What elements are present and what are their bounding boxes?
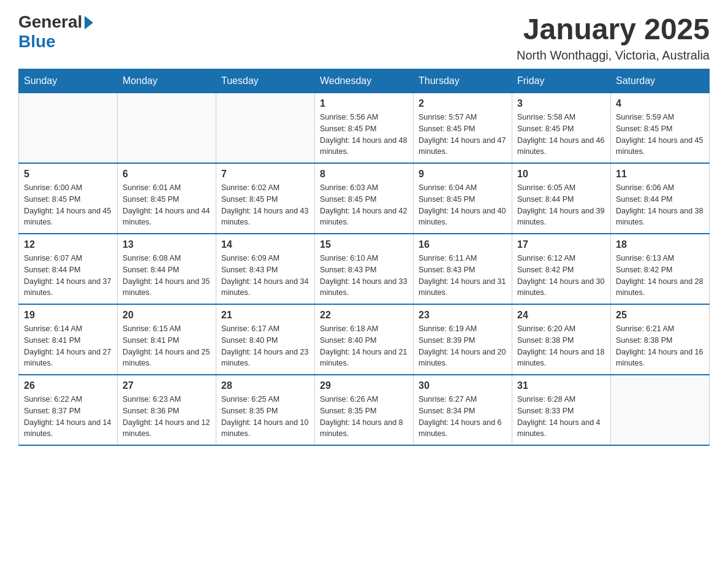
calendar-cell: 15Sunrise: 6:10 AM Sunset: 8:43 PM Dayli… [315,234,414,304]
calendar-cell: 18Sunrise: 6:13 AM Sunset: 8:42 PM Dayli… [611,234,710,304]
day-number: 18 [616,239,704,250]
week-row-4: 19Sunrise: 6:14 AM Sunset: 8:41 PM Dayli… [19,304,710,375]
day-info: Sunrise: 6:11 AM Sunset: 8:43 PM Dayligh… [419,253,507,299]
calendar-cell: 20Sunrise: 6:15 AM Sunset: 8:41 PM Dayli… [118,304,216,375]
day-info: Sunrise: 6:27 AM Sunset: 8:34 PM Dayligh… [419,394,507,440]
day-number: 21 [221,310,309,321]
week-row-5: 26Sunrise: 6:22 AM Sunset: 8:37 PM Dayli… [19,375,710,445]
day-info: Sunrise: 6:13 AM Sunset: 8:42 PM Dayligh… [616,253,704,299]
calendar-cell [216,93,315,164]
header-cell-wednesday: Wednesday [315,69,414,93]
day-info: Sunrise: 6:26 AM Sunset: 8:35 PM Dayligh… [320,394,408,440]
day-info: Sunrise: 6:23 AM Sunset: 8:36 PM Dayligh… [123,394,211,440]
day-info: Sunrise: 6:21 AM Sunset: 8:38 PM Dayligh… [616,323,704,369]
calendar-cell: 23Sunrise: 6:19 AM Sunset: 8:39 PM Dayli… [414,304,512,375]
calendar-cell: 31Sunrise: 6:28 AM Sunset: 8:33 PM Dayli… [512,375,611,445]
calendar-cell: 2Sunrise: 5:57 AM Sunset: 8:45 PM Daylig… [414,93,512,164]
day-info: Sunrise: 6:03 AM Sunset: 8:45 PM Dayligh… [320,182,408,228]
calendar-cell: 22Sunrise: 6:18 AM Sunset: 8:40 PM Dayli… [315,304,414,375]
day-number: 10 [517,169,605,180]
calendar-cell: 9Sunrise: 6:04 AM Sunset: 8:45 PM Daylig… [414,163,512,234]
day-number: 23 [419,310,507,321]
day-number: 24 [517,310,605,321]
calendar-cell [611,375,710,445]
logo: General Blue [18,12,93,52]
day-info: Sunrise: 6:09 AM Sunset: 8:43 PM Dayligh… [221,253,309,299]
day-info: Sunrise: 6:02 AM Sunset: 8:45 PM Dayligh… [221,182,309,228]
calendar-cell: 19Sunrise: 6:14 AM Sunset: 8:41 PM Dayli… [19,304,118,375]
calendar-cell: 14Sunrise: 6:09 AM Sunset: 8:43 PM Dayli… [216,234,315,304]
calendar-cell: 17Sunrise: 6:12 AM Sunset: 8:42 PM Dayli… [512,234,611,304]
header-row: SundayMondayTuesdayWednesdayThursdayFrid… [19,69,710,93]
logo-general-text: General [18,12,82,32]
day-info: Sunrise: 6:01 AM Sunset: 8:45 PM Dayligh… [123,182,211,228]
day-number: 1 [320,98,408,109]
month-title: January 2025 [517,12,710,46]
header-cell-friday: Friday [512,69,611,93]
header-cell-monday: Monday [118,69,216,93]
week-row-1: 1Sunrise: 5:56 AM Sunset: 8:45 PM Daylig… [19,93,710,164]
day-info: Sunrise: 6:10 AM Sunset: 8:43 PM Dayligh… [320,253,408,299]
day-info: Sunrise: 6:07 AM Sunset: 8:44 PM Dayligh… [24,253,112,299]
day-number: 26 [24,380,112,391]
day-info: Sunrise: 6:08 AM Sunset: 8:44 PM Dayligh… [123,253,211,299]
day-number: 9 [419,169,507,180]
calendar-cell: 3Sunrise: 5:58 AM Sunset: 8:45 PM Daylig… [512,93,611,164]
day-number: 27 [123,380,211,391]
day-info: Sunrise: 6:00 AM Sunset: 8:45 PM Dayligh… [24,182,112,228]
day-info: Sunrise: 6:18 AM Sunset: 8:40 PM Dayligh… [320,323,408,369]
day-info: Sunrise: 5:57 AM Sunset: 8:45 PM Dayligh… [419,112,507,158]
day-info: Sunrise: 6:06 AM Sunset: 8:44 PM Dayligh… [616,182,704,228]
day-number: 11 [616,169,704,180]
calendar-cell: 12Sunrise: 6:07 AM Sunset: 8:44 PM Dayli… [19,234,118,304]
day-info: Sunrise: 6:12 AM Sunset: 8:42 PM Dayligh… [517,253,605,299]
day-number: 5 [24,169,112,180]
calendar-cell: 5Sunrise: 6:00 AM Sunset: 8:45 PM Daylig… [19,163,118,234]
calendar-cell [118,93,216,164]
week-row-3: 12Sunrise: 6:07 AM Sunset: 8:44 PM Dayli… [19,234,710,304]
day-info: Sunrise: 6:14 AM Sunset: 8:41 PM Dayligh… [24,323,112,369]
calendar-cell: 7Sunrise: 6:02 AM Sunset: 8:45 PM Daylig… [216,163,315,234]
header-cell-sunday: Sunday [19,69,118,93]
title-block: January 2025 North Wonthaggi, Victoria, … [517,12,710,63]
day-info: Sunrise: 6:25 AM Sunset: 8:35 PM Dayligh… [221,394,309,440]
day-number: 6 [123,169,211,180]
logo-blue-text: Blue [18,32,56,52]
day-info: Sunrise: 5:59 AM Sunset: 8:45 PM Dayligh… [616,112,704,158]
day-info: Sunrise: 6:17 AM Sunset: 8:40 PM Dayligh… [221,323,309,369]
calendar-cell: 26Sunrise: 6:22 AM Sunset: 8:37 PM Dayli… [19,375,118,445]
day-info: Sunrise: 6:22 AM Sunset: 8:37 PM Dayligh… [24,394,112,440]
calendar-cell: 10Sunrise: 6:05 AM Sunset: 8:44 PM Dayli… [512,163,611,234]
day-number: 31 [517,380,605,391]
day-number: 25 [616,310,704,321]
calendar-cell: 8Sunrise: 6:03 AM Sunset: 8:45 PM Daylig… [315,163,414,234]
day-info: Sunrise: 6:15 AM Sunset: 8:41 PM Dayligh… [123,323,211,369]
day-number: 3 [517,98,605,109]
day-number: 4 [616,98,704,109]
day-number: 13 [123,239,211,250]
day-number: 12 [24,239,112,250]
day-number: 20 [123,310,211,321]
day-info: Sunrise: 5:56 AM Sunset: 8:45 PM Dayligh… [320,112,408,158]
calendar-cell: 25Sunrise: 6:21 AM Sunset: 8:38 PM Dayli… [611,304,710,375]
calendar-body: 1Sunrise: 5:56 AM Sunset: 8:45 PM Daylig… [19,93,710,446]
day-number: 8 [320,169,408,180]
calendar-cell: 29Sunrise: 6:26 AM Sunset: 8:35 PM Dayli… [315,375,414,445]
calendar-header: SundayMondayTuesdayWednesdayThursdayFrid… [19,69,710,93]
day-info: Sunrise: 6:05 AM Sunset: 8:44 PM Dayligh… [517,182,605,228]
logo-triangle-icon [85,16,93,29]
header-cell-tuesday: Tuesday [216,69,315,93]
day-number: 29 [320,380,408,391]
day-info: Sunrise: 6:20 AM Sunset: 8:38 PM Dayligh… [517,323,605,369]
calendar-cell: 13Sunrise: 6:08 AM Sunset: 8:44 PM Dayli… [118,234,216,304]
day-number: 28 [221,380,309,391]
calendar-table: SundayMondayTuesdayWednesdayThursdayFrid… [18,69,710,446]
location-title: North Wonthaggi, Victoria, Australia [517,48,710,63]
page-header: General Blue January 2025 North Wonthagg… [18,12,710,63]
day-number: 17 [517,239,605,250]
calendar-cell: 30Sunrise: 6:27 AM Sunset: 8:34 PM Dayli… [414,375,512,445]
calendar-cell: 21Sunrise: 6:17 AM Sunset: 8:40 PM Dayli… [216,304,315,375]
week-row-2: 5Sunrise: 6:00 AM Sunset: 8:45 PM Daylig… [19,163,710,234]
day-number: 16 [419,239,507,250]
day-number: 19 [24,310,112,321]
